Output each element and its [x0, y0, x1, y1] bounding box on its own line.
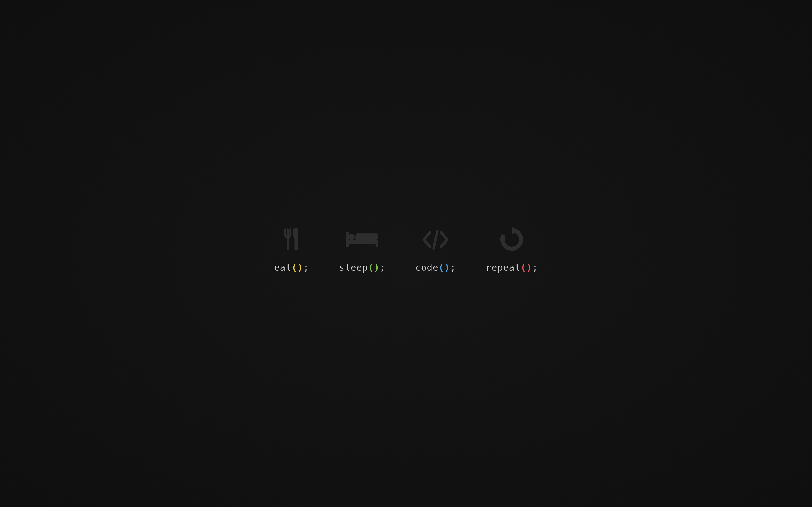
label-repeat: repeat();: [486, 262, 538, 273]
word: repeat: [486, 262, 520, 273]
word: eat: [274, 262, 292, 273]
paren-open: (: [520, 262, 526, 273]
label-sleep: sleep();: [339, 262, 386, 273]
paren-close: ): [526, 262, 532, 273]
item-repeat: repeat();: [486, 225, 538, 273]
item-eat: eat();: [274, 225, 309, 273]
paren-close: ): [374, 262, 379, 273]
semicolon: ;: [450, 262, 456, 273]
svg-rect-7: [346, 240, 378, 244]
paren-open: (: [292, 262, 297, 273]
semicolon: ;: [532, 262, 538, 273]
paren-close: ): [444, 262, 450, 273]
semicolon: ;: [303, 262, 309, 273]
svg-rect-1: [287, 229, 289, 237]
word: sleep: [339, 262, 368, 273]
svg-point-5: [349, 234, 355, 240]
label-code: code();: [415, 262, 456, 273]
paren-open: (: [368, 262, 374, 273]
repeat-icon: [494, 225, 529, 255]
svg-rect-0: [285, 229, 286, 237]
label-eat: eat();: [274, 262, 309, 273]
code-brackets-icon: [418, 225, 453, 255]
items-row: eat(); sleep();: [274, 225, 538, 273]
wallpaper: eat(); sleep();: [0, 0, 812, 507]
fork-knife-icon: [274, 225, 309, 255]
svg-rect-2: [290, 229, 291, 237]
paren-close: ): [298, 262, 303, 273]
svg-rect-8: [376, 240, 378, 247]
svg-rect-6: [346, 232, 349, 247]
item-code: code();: [415, 225, 456, 273]
bed-icon: [345, 225, 380, 255]
svg-rect-4: [287, 237, 289, 250]
item-sleep: sleep();: [339, 225, 386, 273]
semicolon: ;: [380, 262, 386, 273]
word: code: [415, 262, 439, 273]
paren-open: (: [439, 262, 444, 273]
